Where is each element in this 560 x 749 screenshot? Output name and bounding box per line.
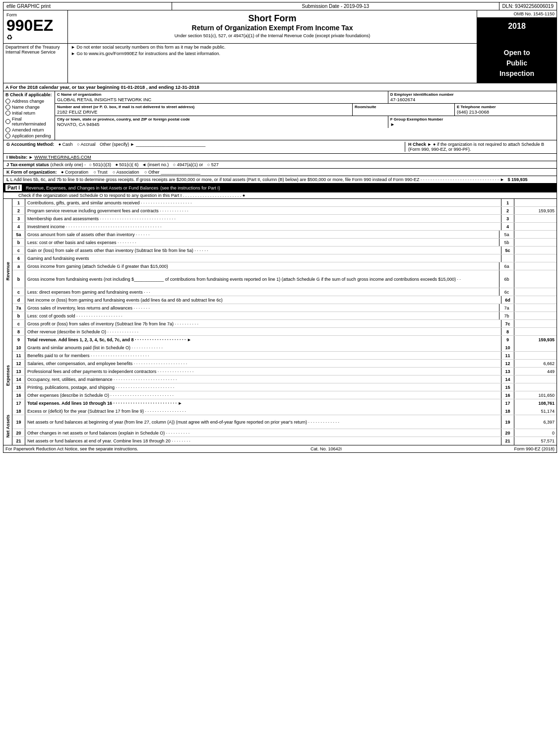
row-num-5b: b bbox=[12, 239, 25, 246]
row-linenum-20: 20 bbox=[501, 429, 514, 437]
radio-name-change[interactable]: Name change bbox=[5, 104, 53, 110]
table-row: 17 Total expenses. Add lines 10 through … bbox=[12, 399, 557, 407]
row-desc-6b: Gross income from fundraising events (no… bbox=[25, 270, 499, 288]
row-linelabel-7b: 7b bbox=[499, 312, 514, 319]
part1-subtitle: (see the instructions for Part I) bbox=[160, 186, 220, 190]
row-linenum-2: 2 bbox=[501, 207, 514, 214]
row-linenum-14: 14 bbox=[501, 375, 514, 383]
website-label: I Website: ► bbox=[6, 155, 33, 160]
header-row: Form 990EZ ♻ Short Form Return of Organi… bbox=[3, 10, 557, 43]
city-label: City or town, state or province, country… bbox=[57, 117, 386, 122]
row-val-10 bbox=[514, 344, 557, 351]
table-row: c Less: direct expenses from gaming and … bbox=[12, 288, 557, 296]
street-label: Number and street (or P. O. box, if mail… bbox=[57, 105, 350, 109]
row-desc-14: Occupancy, rent, utilities, and maintena… bbox=[25, 375, 501, 383]
row-linenum-18: 18 bbox=[501, 407, 514, 415]
check-applicable-panel: B Check if applicable: Address change Na… bbox=[3, 91, 55, 140]
table-row: 13 Professional fees and other payments … bbox=[12, 368, 557, 375]
row-desc-18: Excess or (deficit) for the year (Subtra… bbox=[25, 407, 501, 415]
g-left: G Accounting Method: ● Cash ○ Accrual Ot… bbox=[6, 142, 405, 147]
table-row: b Less: cost or other basis and sales ex… bbox=[12, 239, 557, 247]
f-label: F Group Exemption Number bbox=[390, 117, 555, 122]
k-assoc: ○ Association bbox=[113, 170, 139, 175]
expenses-rows: 10 Grants and similar amounts paid (list… bbox=[12, 344, 557, 407]
k-corp: ● Corporation bbox=[61, 170, 88, 175]
radio-circle-amended bbox=[5, 127, 10, 132]
radio-initial-return[interactable]: Initial return bbox=[5, 110, 53, 116]
row-num-7c: c bbox=[12, 320, 25, 327]
under-section: Under section 501(c), 527, or 4947(a)(1)… bbox=[70, 33, 475, 38]
row-desc-13: Professional fees and other payments to … bbox=[25, 368, 501, 375]
row-linenum-11: 11 bbox=[501, 352, 514, 359]
row-desc-6d: Net income or (loss) from gaming and fun… bbox=[25, 296, 501, 304]
table-row: 4 Investment income · · · · · · · · · · … bbox=[12, 223, 557, 231]
radio-circle-address bbox=[5, 99, 10, 104]
footer-left: For Paperwork Reduction Act Notice, see … bbox=[5, 446, 138, 451]
submission-text: Submission Date - 2019-09-13 bbox=[302, 3, 370, 9]
dln: DLN: 93492256006019 bbox=[499, 2, 557, 10]
row-num-9: 9 bbox=[12, 336, 25, 344]
row-linelabel-7a: 7a bbox=[499, 304, 514, 312]
net-assets-label-text: Net Assets bbox=[5, 415, 10, 437]
final-return-label: Final return/terminated bbox=[12, 117, 53, 126]
row-val-15 bbox=[514, 383, 557, 391]
street-value: 2182 FELIZ DRIVE bbox=[57, 109, 350, 115]
website-url: WWW.THEGRINLABS.COM bbox=[34, 155, 91, 160]
row-desc-6c: Less: direct expenses from gaming and fu… bbox=[25, 288, 499, 296]
table-row: b Less: cost of goods sold · · · · · · ·… bbox=[12, 312, 557, 320]
row-val-21: 57,571 bbox=[514, 437, 557, 445]
omb-section: OMB No. 1545-1150 2018 bbox=[477, 10, 557, 43]
part1-check-row: Check if the organization used Schedule … bbox=[3, 192, 557, 198]
row-desc-9: Total revenue. Add lines 1, 2, 3, 4, 5c,… bbox=[25, 336, 501, 344]
row-desc-8: Other revenue (describe in Schedule O) ·… bbox=[25, 328, 501, 335]
row-desc-6a: Gross income from gaming (attach Schedul… bbox=[25, 262, 499, 270]
row-val-6d bbox=[514, 296, 557, 304]
name-ein-row: C Name of organization GLOBAL RETAIL INS… bbox=[55, 91, 557, 104]
radio-address-change[interactable]: Address change bbox=[5, 98, 53, 104]
expenses-label-text: Expenses bbox=[5, 365, 10, 386]
e-label: E Telephone number bbox=[457, 105, 555, 109]
row-num-1: 1 bbox=[12, 199, 25, 206]
row-desc-17: Total expenses. Add lines 10 through 16 … bbox=[25, 399, 501, 407]
k-trust: ○ Trust bbox=[94, 170, 108, 175]
row-val-7c bbox=[514, 320, 557, 327]
dept-row: Department of the Treasury Internal Reve… bbox=[3, 43, 557, 83]
net-assets-rows: 18 Excess or (deficit) for the year (Sub… bbox=[12, 407, 557, 445]
top-bar: efile GRAPHIC print Submission Date - 20… bbox=[3, 2, 557, 10]
row-val-6c bbox=[514, 288, 557, 296]
c-label: C Name of organization bbox=[57, 92, 386, 97]
row-desc-10: Grants and similar amounts paid (list in… bbox=[25, 344, 501, 351]
e-value: (646) 213-0068 bbox=[457, 109, 555, 115]
g-other: Other (specify) ► bbox=[100, 142, 134, 147]
k-row: K Form of organization: ● Corporation ○ … bbox=[3, 168, 557, 176]
tax-note: (check only one) - bbox=[50, 162, 86, 167]
footer: For Paperwork Reduction Act Notice, see … bbox=[3, 445, 557, 453]
row-val-1 bbox=[514, 199, 557, 206]
city-value: NOVATO, CA 94945 bbox=[57, 122, 386, 127]
g-row: G Accounting Method: ● Cash ○ Accrual Ot… bbox=[3, 140, 557, 153]
row-val-9: 159,935 bbox=[514, 336, 557, 344]
row-desc-11: Benefits paid to or for members · · · · … bbox=[25, 352, 501, 359]
row-val-2: 159,935 bbox=[514, 207, 557, 214]
tax-527: ○ 527 bbox=[207, 162, 219, 167]
revenue-label-text: Revenue bbox=[5, 262, 10, 281]
open-public-line2: Public bbox=[479, 58, 555, 68]
table-row: 14 Occupancy, rent, utilities, and maint… bbox=[12, 375, 557, 383]
row-desc-5b: Less: cost or other basis and sales expe… bbox=[25, 239, 499, 246]
open-public-box: Open to Public Inspection bbox=[477, 44, 557, 83]
dln-text: DLN: 93492256006019 bbox=[502, 3, 554, 9]
tax-label: J Tax-exempt status bbox=[6, 162, 49, 167]
l-row: L L Add lines 5b, 6c, and 7b to line 9 t… bbox=[3, 176, 557, 183]
instruction2: ► Go to www.irs.gov/Form990EZ for instru… bbox=[71, 51, 474, 56]
radio-final-return[interactable]: Final return/terminated bbox=[5, 116, 53, 127]
row-val-4 bbox=[514, 223, 557, 230]
row-linenum-3: 3 bbox=[501, 215, 514, 222]
row-val-5c bbox=[514, 247, 557, 254]
c-value: GLOBAL RETAIL INSIGHTS NETWORK INC bbox=[57, 97, 386, 102]
radio-application-pending[interactable]: Application pending bbox=[5, 133, 53, 139]
row-desc-3: Membership dues and assessments · · · · … bbox=[25, 215, 501, 222]
check-applicable-label: B Check if applicable: bbox=[5, 92, 53, 97]
radio-amended-return[interactable]: Amended return bbox=[5, 127, 53, 133]
row-val-19: 6,397 bbox=[514, 415, 557, 429]
body-section: B Check if applicable: Address change Na… bbox=[3, 91, 557, 140]
